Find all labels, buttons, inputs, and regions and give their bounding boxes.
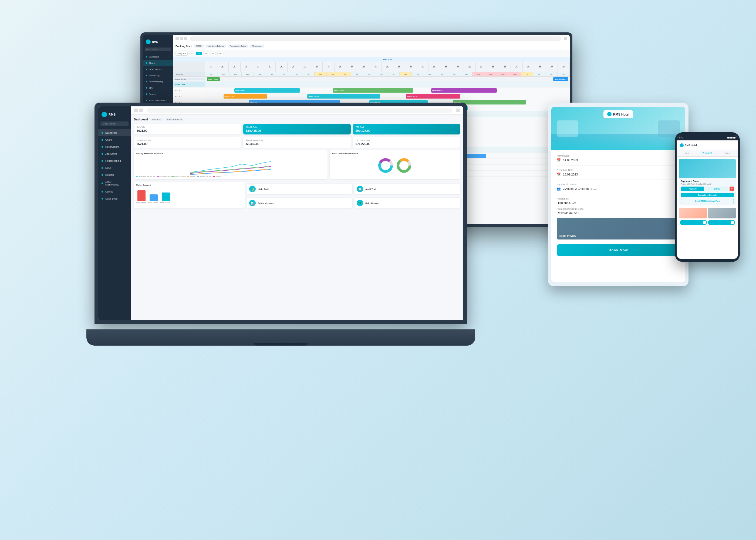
nav-arrow: › [170, 99, 170, 101]
room-cells: Price $325.00 Reach 1325.00 Price $140.0… [205, 87, 570, 93]
booking-form: Arrival Date 📅 14.09.2023 Departure Date… [551, 150, 685, 282]
six-month-btn[interactable]: 180 [217, 52, 224, 55]
sidebar-item-reservations[interactable]: Reservations › [143, 66, 173, 72]
departure-value: 📅 18.09.2023 [557, 173, 680, 176]
booking-bar[interactable]: Magnus $82.00 [406, 94, 461, 98]
date-day: Wed [468, 67, 471, 68]
occupancy-cell-23: 100% [485, 72, 497, 76]
date-cell-31: 31Thu [558, 62, 570, 72]
tab-future[interactable]: Future [718, 150, 738, 156]
nav-arrow: › [170, 93, 170, 95]
lp-sidebar-item-accounting[interactable]: Accounting › [98, 150, 131, 157]
close-button[interactable]: ✕ [729, 187, 734, 191]
date-day: Fri [245, 67, 247, 68]
month-name: Dec 2020 [205, 59, 570, 61]
booking-bar[interactable]: Station 1180.00 [307, 94, 380, 98]
disclaimer-button[interactable]: Sign ORMS Disclaimer Form [681, 199, 734, 203]
donut-chart-area [332, 156, 458, 175]
chart-title: Monthly Revenue Comparison [136, 153, 325, 154]
special-events-label: Special Events [173, 78, 205, 80]
status-time: 9:41 [679, 137, 684, 139]
occupancy-cell-5: 18% [266, 72, 278, 76]
lp-sidebar-item-dashboard[interactable]: Dashboard › [98, 129, 131, 136]
date-cell-28: 28Mon [523, 62, 535, 72]
payment-button[interactable]: Payment [681, 187, 704, 191]
toggle-2[interactable] [708, 220, 735, 225]
nav-label: EDM [105, 167, 111, 169]
lp-sidebar-item-sales-lead[interactable]: Sales Lead › [98, 195, 131, 202]
rms-logo-icon [146, 40, 151, 44]
extras-button[interactable]: Extras [705, 187, 728, 191]
rms-logo-text: RMS [152, 41, 158, 44]
daily-total-label: Daily Total [137, 126, 238, 128]
book-now-button[interactable]: Book Now [557, 244, 680, 256]
property-selector[interactable]: Rancho Relaxo [165, 118, 183, 121]
lp-sidebar-item-asset[interactable]: Asset Maintenance › [98, 179, 131, 188]
sidebar-item-edm[interactable]: EDM › [143, 85, 173, 91]
nav-label: Asset Maintenance [105, 181, 124, 186]
status-filter[interactable]: Reservation Status [228, 45, 248, 48]
nav-label: Reports [105, 174, 114, 176]
toggle-1[interactable] [680, 220, 707, 225]
lp-sidebar-item-housekeeping[interactable]: Housekeeping › [98, 157, 131, 165]
lastname-filter[interactable]: Last Name Balance [205, 45, 226, 48]
tab-present[interactable]: Present (2) [697, 150, 718, 156]
lp-sidebar-item-reservations[interactable]: Reservations › [98, 143, 131, 150]
checkin-button[interactable]: Contactless Check In [681, 193, 734, 197]
booking-bar[interactable]: Price $325.00 [234, 88, 300, 93]
topbar-icon [134, 108, 138, 112]
two-month-btn[interactable]: 60 [203, 52, 209, 55]
month-view-btn[interactable]: 1M [196, 52, 202, 55]
divider [557, 180, 680, 180]
date-cell-22: 22Tue [452, 62, 464, 72]
lp-sidebar-item-edm[interactable]: EDM › [98, 165, 131, 172]
date-cell-4: 4Fri [241, 62, 252, 72]
sidebar-item-dashboard[interactable]: Dashboard › [143, 54, 173, 60]
nav-dot [146, 75, 147, 76]
filter-area[interactable]: Filter Area... [250, 45, 264, 48]
occupancy-cell-21: 40% [460, 72, 472, 76]
debtors-ledger-button[interactable]: 📊 Debtors Ledger [247, 198, 353, 208]
nav-dot [146, 100, 147, 101]
lp-sidebar-item-charts[interactable]: Charts › [98, 136, 131, 143]
lp-sidebar-item-utilities[interactable]: Utilities › [98, 188, 131, 195]
nav-dot [101, 153, 103, 155]
monthly-total-card: Monthly Total $10,435.00 [243, 124, 350, 134]
hamburger-icon[interactable]: ☰ [732, 143, 735, 147]
booking-bar[interactable]: Reach 1325.00 [333, 88, 413, 93]
night-audit-button[interactable]: 🌙 Night Audit [247, 184, 353, 195]
date-day: Thu [315, 67, 318, 68]
sidebar-item-accounting[interactable]: Accounting › [143, 72, 173, 78]
sidebar-item-charts[interactable]: Charts › [143, 60, 173, 66]
sidebar-item-reports[interactable]: Reports › [143, 91, 173, 97]
booking-bar[interactable]: Price $140.00 [431, 88, 497, 93]
financial-filter[interactable]: Financial [151, 118, 163, 121]
monitor-menu-search[interactable]: Menu Search... [145, 48, 171, 51]
property-filter[interactable]: RMSU [194, 45, 204, 48]
mobile-logo-icon [680, 143, 684, 147]
sidebar-item-housekeeping[interactable]: Housekeeping › [143, 78, 173, 85]
promo-label: Promotional/Group Code [557, 207, 680, 210]
chart-toolbar: Today ◀ ▶ 1 7 14 1M 60 90 180 [173, 50, 570, 57]
occupancy-label: Occupancy [173, 72, 205, 76]
lp-sidebar-item-reports[interactable]: Reports › [98, 172, 131, 179]
reservation-search[interactable] [190, 37, 561, 41]
booking-bar[interactable]: Foster $25.00 [223, 94, 267, 98]
nav-dot [146, 93, 147, 95]
tab-past[interactable]: Past [677, 150, 697, 156]
donut-2 [396, 157, 412, 174]
occupancy-cell-19: 49% [436, 72, 448, 76]
date-day: Tue [539, 67, 541, 68]
three-month-btn[interactable]: 90 [210, 52, 216, 55]
today-btn[interactable]: Today ◀ ▶ [176, 52, 188, 56]
daily-charge-button[interactable]: 💲 Daily Charge [354, 198, 460, 208]
occupancy-cell-18: 55% [424, 72, 436, 76]
hotel-logo-content: RMS Hotel [613, 112, 629, 117]
reservation-search-input[interactable] [147, 108, 452, 113]
monitor-topbar [173, 35, 570, 42]
dates-row: 1Tue2Wed3Thu4Fri5Sat6Sun7Mon8Tue9Wed10Th… [205, 62, 570, 72]
audit-trail-button[interactable]: 📋 Audit Trail [354, 184, 460, 195]
laptop-menu-search[interactable]: Menu Search... [100, 121, 129, 126]
action-buttons-area: 🌙 Night Audit 📋 Audit Trail [247, 182, 460, 208]
occupancy-cell-1: 44% [217, 72, 229, 76]
